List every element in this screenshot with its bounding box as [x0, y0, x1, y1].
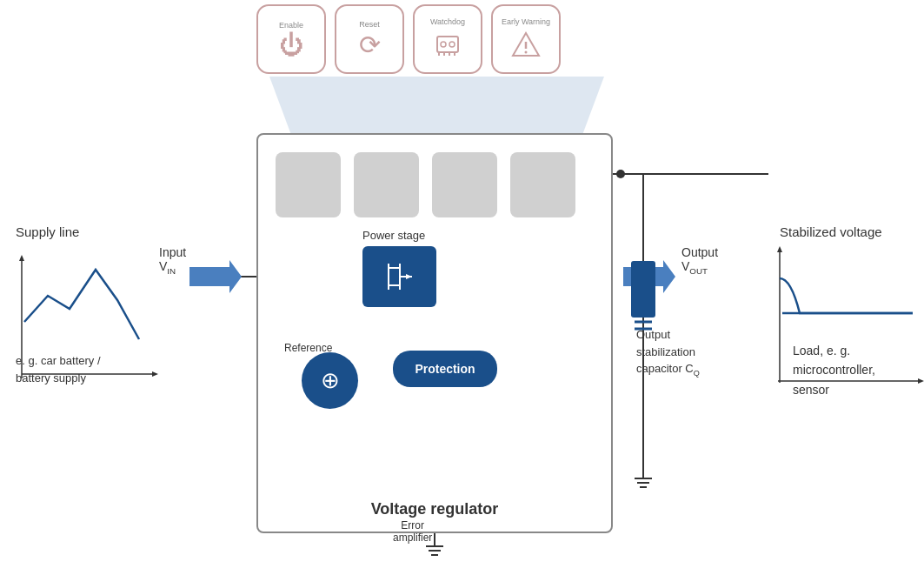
power-stage-box [362, 246, 436, 307]
svg-marker-54 [777, 246, 782, 252]
watchdog-label: Watchdog [430, 17, 465, 26]
watchdog-icon-box[interactable]: Watchdog [413, 4, 482, 74]
early-warning-icon-box[interactable]: Early Warning [491, 4, 561, 74]
protection-box: Protection [393, 351, 497, 387]
protection-label: Protection [415, 362, 475, 376]
early-warning-icon [510, 30, 542, 61]
gray-box-3 [432, 152, 497, 217]
main-container: Enable ⏻ Reset ⟳ Watchdog Early Warning [0, 0, 924, 575]
reset-icon-box[interactable]: Reset ⟳ [335, 4, 404, 74]
enable-icon: ⏻ [279, 33, 303, 57]
battery-label: e. g. car battery / battery supply [16, 352, 101, 386]
reference-circle: ⊕ [302, 352, 358, 409]
svg-marker-32 [189, 260, 242, 293]
power-stage-label: Power stage [362, 229, 425, 242]
reset-label: Reset [359, 20, 380, 29]
supply-section: Supply line [16, 224, 79, 239]
gray-box-4 [510, 152, 575, 217]
output-label: Output VOUT [681, 245, 718, 276]
svg-marker-53 [918, 378, 924, 384]
reset-icon: ⟳ [359, 32, 381, 58]
watchdog-icon [432, 30, 463, 61]
gray-box-1 [276, 152, 341, 217]
output-stabilization-label: Output stabilization capacitor CQ [636, 326, 700, 379]
gray-placeholder-boxes [276, 152, 575, 217]
error-amplifier-label: Error amplifier [393, 519, 432, 544]
enable-label: Enable [279, 21, 303, 30]
svg-marker-70 [406, 274, 412, 279]
voltage-regulator-box: Power stage Reference ⊕ Protection E [256, 133, 613, 533]
svg-marker-48 [152, 371, 158, 377]
enable-icon-box[interactable]: Enable ⏻ [256, 4, 326, 74]
svg-marker-0 [269, 77, 604, 135]
svg-point-64 [525, 51, 528, 54]
svg-marker-49 [19, 255, 24, 261]
supply-label: Supply line [16, 224, 79, 239]
voltage-regulator-label: Voltage regulator [371, 500, 499, 518]
stabilized-voltage-label: Stabilized voltage [780, 224, 882, 239]
early-warning-label: Early Warning [502, 17, 550, 26]
svg-point-31 [616, 170, 625, 178]
svg-rect-45 [631, 261, 655, 318]
svg-marker-33 [623, 260, 675, 293]
top-icons-row: Enable ⏻ Reset ⟳ Watchdog Early Warning [256, 4, 561, 74]
svg-point-56 [441, 42, 446, 47]
load-label: Load, e. g. microcontroller, sensor [793, 341, 875, 399]
svg-point-57 [449, 42, 455, 47]
input-label: Input VIN [159, 245, 186, 276]
gray-box-2 [354, 152, 419, 217]
plus-icon: ⊕ [321, 367, 340, 394]
power-stage-icon [376, 255, 423, 298]
